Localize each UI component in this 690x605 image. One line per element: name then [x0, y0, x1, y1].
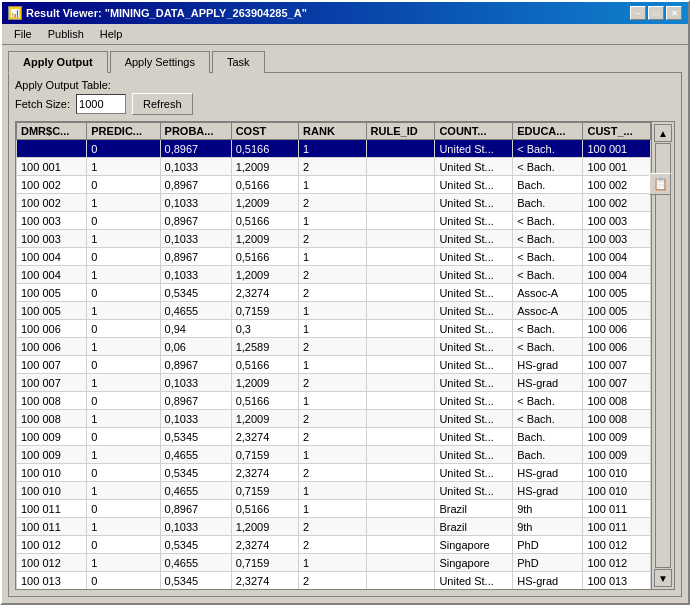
title-bar-left: 📊 Result Viewer: "MINING_DATA_APPLY_2639…	[8, 6, 307, 20]
table-cell: < Bach.	[513, 410, 583, 428]
table-cell: Bach.	[513, 428, 583, 446]
table-cell	[366, 482, 435, 500]
table-cell: < Bach.	[513, 266, 583, 284]
table-cell: United St...	[435, 266, 513, 284]
table-cell: 1	[87, 554, 160, 572]
table-cell: < Bach.	[513, 248, 583, 266]
table-cell: 2	[299, 518, 366, 536]
table-cell: 100 002	[583, 176, 651, 194]
table-cell: 100 005	[583, 302, 651, 320]
table-cell: 100 011	[17, 500, 87, 518]
table-row: 100 01200,53452,32742SingaporePhD100 012	[17, 536, 651, 554]
table-cell: 2,3274	[231, 572, 298, 590]
table-cell: 100 003	[583, 212, 651, 230]
table-col-header: CUST_...	[583, 123, 651, 140]
table-cell: 100 012	[583, 554, 651, 572]
table-cell: 0	[87, 176, 160, 194]
table-cell: HS-grad	[513, 356, 583, 374]
menu-help[interactable]: Help	[92, 26, 131, 42]
table-cell: 0	[87, 392, 160, 410]
table-cell: 0,1033	[160, 194, 231, 212]
table-cell: 0,8967	[160, 500, 231, 518]
table-cell: 0,5166	[231, 248, 298, 266]
table-cell: < Bach.	[513, 212, 583, 230]
scroll-up-icon[interactable]: ▲	[654, 124, 672, 142]
table-cell: Bach.	[513, 194, 583, 212]
table-col-header: RULE_ID	[366, 123, 435, 140]
table-cell: 100 001	[583, 158, 651, 176]
table-cell: 100 007	[583, 374, 651, 392]
table-cell: 100 010	[583, 482, 651, 500]
table-cell	[366, 428, 435, 446]
tab-task[interactable]: Task	[212, 51, 265, 73]
table-cell: 1	[87, 230, 160, 248]
table-cell: < Bach.	[513, 338, 583, 356]
tab-apply-output[interactable]: Apply Output	[8, 51, 108, 73]
table-cell: 100 004	[583, 248, 651, 266]
table-cell	[366, 284, 435, 302]
refresh-button[interactable]: Refresh	[132, 93, 193, 115]
fetch-size-input[interactable]	[76, 94, 126, 114]
table-col-header: DMR$C...	[17, 123, 87, 140]
scroll-down-icon[interactable]: ▼	[654, 569, 672, 587]
table-label: Apply Output Table:	[15, 79, 675, 91]
table-cell: 100 003	[583, 230, 651, 248]
table-cell	[366, 464, 435, 482]
table-row: 100 00800,89670,51661United St...< Bach.…	[17, 392, 651, 410]
minimize-button[interactable]: ─	[630, 6, 646, 20]
table-cell: 2	[299, 158, 366, 176]
table-cell: 0,5166	[231, 356, 298, 374]
table-cell: 0,06	[160, 338, 231, 356]
table-cell: 1	[299, 302, 366, 320]
table-cell: 100 001	[17, 158, 87, 176]
table-cell: 100 007	[17, 356, 87, 374]
table-cell: PhD	[513, 536, 583, 554]
table-cell: 100 010	[583, 464, 651, 482]
table-cell: 0,4655	[160, 302, 231, 320]
table-row: 100 00410,10331,20092United St...< Bach.…	[17, 266, 651, 284]
table-cell: 100 009	[583, 428, 651, 446]
tab-apply-settings[interactable]: Apply Settings	[110, 51, 210, 73]
table-cell: < Bach.	[513, 392, 583, 410]
table-cell	[366, 158, 435, 176]
table-cell: 100 013	[17, 572, 87, 590]
table-col-header: RANK	[299, 123, 366, 140]
table-cell: 0,8967	[160, 140, 231, 158]
title-bar: 📊 Result Viewer: "MINING_DATA_APPLY_2639…	[2, 2, 688, 24]
table-row: 100 00110,10331,20092United St...< Bach.…	[17, 158, 651, 176]
table-row: 100 00400,89670,51661United St...< Bach.…	[17, 248, 651, 266]
table-cell: 2,3274	[231, 284, 298, 302]
table-container[interactable]: DMR$C...PREDIC...PROBA...COSTRANKRULE_ID…	[16, 122, 651, 589]
table-col-header: EDUCA...	[513, 123, 583, 140]
table-cell: 2,3274	[231, 536, 298, 554]
table-cell: United St...	[435, 158, 513, 176]
close-button[interactable]: ✕	[666, 6, 682, 20]
table-cell: 100 011	[17, 518, 87, 536]
table-cell: 100 008	[583, 392, 651, 410]
export-icon-btn[interactable]: 📋	[649, 173, 671, 195]
table-cell: < Bach.	[513, 320, 583, 338]
table-cell: Brazil	[435, 518, 513, 536]
table-cell: United St...	[435, 572, 513, 590]
table-cell	[366, 500, 435, 518]
table-cell: United St...	[435, 248, 513, 266]
maximize-button[interactable]: □	[648, 6, 664, 20]
table-cell: 0	[87, 356, 160, 374]
table-cell: 1,2009	[231, 410, 298, 428]
menu-file[interactable]: File	[6, 26, 40, 42]
table-cell: 1,2009	[231, 374, 298, 392]
table-row: 100 01100,89670,51661Brazil9th100 011	[17, 500, 651, 518]
table-cell: 0,5166	[231, 176, 298, 194]
table-row: 100 00600,940,31United St...< Bach.100 0…	[17, 320, 651, 338]
table-cell: 0,1033	[160, 230, 231, 248]
table-cell: 0,5345	[160, 536, 231, 554]
table-cell: 0,7159	[231, 302, 298, 320]
table-cell: 0	[87, 140, 160, 158]
table-cell: 1	[299, 356, 366, 374]
table-cell	[366, 572, 435, 590]
table-cell: 100 004	[17, 266, 87, 284]
table-header-row: DMR$C...PREDIC...PROBA...COSTRANKRULE_ID…	[17, 123, 651, 140]
menu-publish[interactable]: Publish	[40, 26, 92, 42]
table-cell: 2	[299, 572, 366, 590]
table-cell: 2	[299, 410, 366, 428]
